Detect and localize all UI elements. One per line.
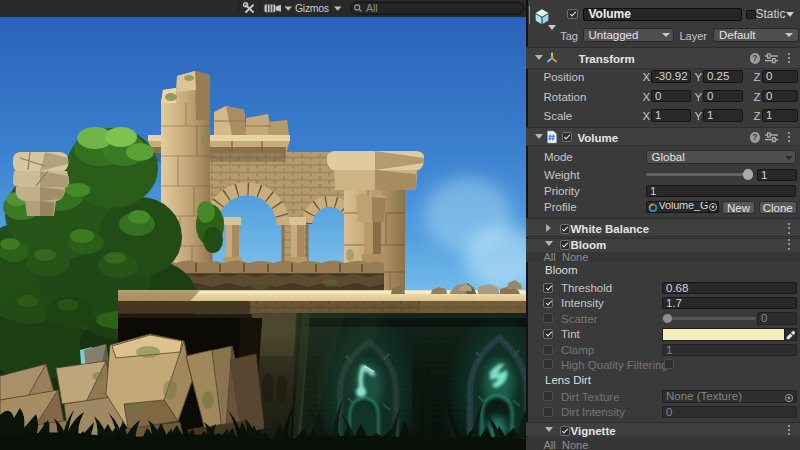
svg-text:All: All: [366, 2, 378, 14]
svg-text:Gizmos: Gizmos: [295, 2, 329, 14]
